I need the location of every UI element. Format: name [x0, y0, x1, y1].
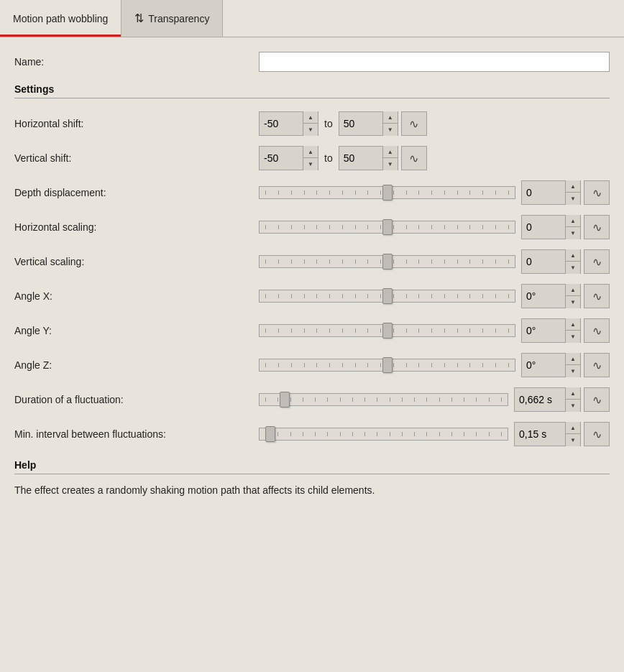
vertical-scaling-spinner: ▲ ▼ [521, 249, 581, 274]
horizontal-shift-from-value[interactable] [260, 112, 303, 135]
vertical-shift-from-spinner: ▲ ▼ [259, 146, 318, 170]
setting-row-angle-z: Angle Z: ▲ ▼ [14, 351, 610, 379]
setting-row-depth-displacement: Depth displacement: ▲ [14, 179, 610, 206]
name-row: Name: [14, 52, 610, 72]
duration-fluctuation-wave-btn[interactable]: ∿ [584, 387, 610, 412]
vertical-shift-label: Vertical shift: [14, 152, 259, 164]
setting-row-duration-fluctuation: Duration of a fluctuation: ▲ [14, 386, 610, 413]
angle-z-wave-btn[interactable]: ∿ [584, 353, 610, 377]
angle-x-thumb[interactable] [382, 288, 393, 304]
depth-displacement-track[interactable] [259, 186, 515, 199]
vertical-scaling-slider-container [259, 255, 518, 268]
vertical-shift-to-value[interactable] [339, 147, 382, 170]
angle-z-thumb[interactable] [382, 357, 393, 373]
angle-z-up[interactable]: ▲ [566, 353, 580, 365]
angle-y-down[interactable]: ▼ [566, 331, 580, 343]
angle-x-value[interactable] [522, 285, 565, 308]
min-interval-down[interactable]: ▼ [566, 434, 580, 446]
angle-x-slider-container [259, 290, 518, 303]
horizontal-scaling-track[interactable] [259, 221, 515, 234]
duration-fluctuation-ticks [260, 394, 508, 405]
horizontal-shift-to-down[interactable]: ▼ [383, 124, 398, 136]
duration-fluctuation-up[interactable]: ▲ [566, 387, 580, 400]
min-interval-controls: ▲ ▼ ∿ [259, 422, 610, 446]
horizontal-scaling-value[interactable] [522, 216, 565, 239]
depth-displacement-value[interactable] [522, 181, 565, 204]
angle-z-arrows: ▲ ▼ [565, 353, 580, 377]
min-interval-up[interactable]: ▲ [566, 422, 580, 434]
angle-x-up[interactable]: ▲ [566, 284, 580, 296]
name-input[interactable] [259, 52, 610, 72]
angle-x-wave-btn[interactable]: ∿ [584, 284, 610, 308]
settings-header: Settings [14, 83, 610, 98]
vertical-shift-from-value[interactable] [260, 147, 303, 170]
vertical-scaling-up[interactable]: ▲ [566, 249, 580, 262]
setting-row-vertical-scaling: Vertical scaling: ▲ [14, 248, 610, 275]
vertical-shift-controls: ▲ ▼ to ▲ ▼ ∿ [259, 146, 610, 170]
vertical-scaling-wave-btn[interactable]: ∿ [584, 249, 610, 274]
horizontal-shift-to-up[interactable]: ▲ [383, 111, 398, 124]
vertical-shift-to-up[interactable]: ▲ [383, 146, 398, 158]
min-interval-value[interactable] [515, 423, 565, 446]
horizontal-shift-to-spinner: ▲ ▼ [339, 111, 398, 136]
min-interval-slider-container [259, 428, 511, 441]
tab-transparency-label: Transparency [148, 13, 209, 24]
angle-z-track[interactable] [259, 359, 515, 372]
duration-fluctuation-controls: ▲ ▼ ∿ [259, 387, 610, 412]
angle-z-spinner: ▲ ▼ [521, 353, 581, 377]
depth-displacement-thumb[interactable] [382, 185, 393, 201]
angle-y-up[interactable]: ▲ [566, 318, 580, 331]
help-text: The effect creates a randomly shaking mo… [14, 483, 610, 498]
tab-transparency[interactable]: ⇅ Transparency [121, 0, 223, 37]
vertical-shift-from-up[interactable]: ▲ [303, 146, 318, 158]
duration-fluctuation-slider-container [259, 393, 511, 406]
horizontal-scaling-wave-btn[interactable]: ∿ [584, 215, 610, 239]
angle-x-track[interactable] [259, 290, 515, 303]
angle-z-down[interactable]: ▼ [566, 365, 580, 377]
angle-y-label: Angle Y: [14, 325, 259, 336]
angle-x-down[interactable]: ▼ [566, 296, 580, 308]
vertical-shift-from-down[interactable]: ▼ [303, 158, 318, 170]
setting-row-min-interval: Min. interval between fluctuations: [14, 420, 610, 448]
horizontal-shift-label: Horizontal shift: [14, 118, 259, 129]
angle-y-value[interactable] [522, 319, 565, 342]
horizontal-shift-from-down[interactable]: ▼ [303, 124, 318, 136]
depth-displacement-down[interactable]: ▼ [566, 193, 580, 205]
tab-motion-path-wobbling[interactable]: Motion path wobbling [0, 0, 121, 37]
vertical-scaling-track[interactable] [259, 255, 515, 268]
help-header: Help [14, 459, 610, 474]
duration-fluctuation-value[interactable] [515, 388, 565, 411]
horizontal-shift-from-up[interactable]: ▲ [303, 111, 318, 124]
min-interval-wave-btn[interactable]: ∿ [584, 422, 610, 446]
vertical-scaling-value[interactable] [522, 250, 565, 273]
setting-row-horizontal-shift: Horizontal shift: ▲ ▼ to ▲ [14, 110, 610, 137]
vertical-scaling-down[interactable]: ▼ [566, 262, 580, 274]
vertical-shift-to-down[interactable]: ▼ [383, 158, 398, 170]
depth-displacement-wave-btn[interactable]: ∿ [584, 180, 610, 205]
horizontal-shift-wave-btn[interactable]: ∿ [401, 111, 427, 136]
depth-displacement-label: Depth displacement: [14, 187, 259, 198]
min-interval-thumb[interactable] [265, 426, 275, 442]
vertical-shift-from-arrows: ▲ ▼ [303, 146, 318, 170]
duration-fluctuation-down[interactable]: ▼ [566, 400, 580, 412]
duration-fluctuation-thumb[interactable] [280, 392, 290, 408]
settings-list: Horizontal shift: ▲ ▼ to ▲ [14, 110, 610, 448]
transparency-icon: ⇅ [134, 11, 144, 25]
duration-fluctuation-track[interactable] [259, 393, 508, 406]
depth-displacement-controls: ▲ ▼ ∿ [259, 180, 610, 205]
angle-z-value[interactable] [522, 354, 565, 377]
depth-displacement-up[interactable]: ▲ [566, 180, 580, 193]
horizontal-scaling-spinner: ▲ ▼ [521, 215, 581, 239]
horizontal-scaling-up[interactable]: ▲ [566, 215, 580, 227]
horizontal-scaling-down[interactable]: ▼ [566, 227, 580, 239]
vertical-scaling-thumb[interactable] [382, 254, 393, 270]
min-interval-track[interactable] [259, 428, 508, 441]
angle-y-wave-btn[interactable]: ∿ [584, 318, 610, 343]
horizontal-scaling-thumb[interactable] [382, 219, 393, 235]
duration-fluctuation-arrows: ▲ ▼ [565, 387, 580, 412]
vertical-shift-wave-btn[interactable]: ∿ [401, 146, 427, 170]
horizontal-shift-to-value[interactable] [339, 112, 382, 135]
main-container: Motion path wobbling ⇅ Transparency Name… [0, 0, 624, 672]
angle-y-track[interactable] [259, 324, 515, 337]
angle-y-thumb[interactable] [382, 323, 393, 339]
